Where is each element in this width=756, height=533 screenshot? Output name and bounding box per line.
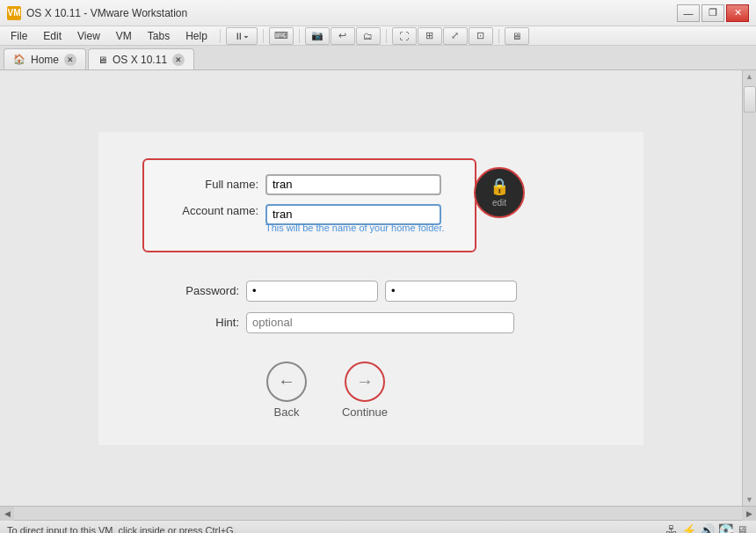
console-button[interactable]: 🖥 xyxy=(505,27,529,45)
app-icon: VM xyxy=(7,6,21,20)
account-name-label: Account name: xyxy=(162,204,258,217)
continue-icon: → xyxy=(356,371,374,391)
toolbar-separator-4 xyxy=(386,29,387,43)
auto-fit-button[interactable]: ⊡ xyxy=(469,27,493,45)
home-icon: 🏠 xyxy=(13,54,25,65)
toolbar-separator-3 xyxy=(299,29,300,43)
menu-file[interactable]: File xyxy=(4,28,34,44)
menu-bar: File Edit View VM Tabs Help ⏸▾ ⌨ 📷 ↩ 🗂 ⛶… xyxy=(0,26,756,46)
horizontal-scrollbar[interactable]: ◀ ▶ xyxy=(0,506,756,520)
main-area: Full name: Account name: This will be th… xyxy=(0,70,756,506)
unity-button[interactable]: ⊞ xyxy=(418,27,442,45)
account-name-row: Account name: This will be the name of y… xyxy=(162,204,457,237)
toolbar-separator-1 xyxy=(220,29,221,43)
full-name-input[interactable] xyxy=(265,174,441,195)
continue-button[interactable]: → xyxy=(345,361,385,402)
hscroll-right-button[interactable]: ▶ xyxy=(742,507,756,521)
password-input[interactable] xyxy=(246,281,378,302)
nav-buttons: ← Back → Continue xyxy=(142,361,476,419)
disk-icon: 💽 xyxy=(718,523,733,534)
tab-osx-close[interactable]: ✕ xyxy=(172,54,185,66)
hscroll-left-button[interactable]: ◀ xyxy=(0,507,14,521)
vm-icon: 🖥 xyxy=(98,55,107,65)
hscroll-track[interactable] xyxy=(14,507,742,520)
tab-home-close[interactable]: ✕ xyxy=(64,54,76,66)
hint-label: Hint: xyxy=(142,316,239,329)
send-keys-toolbar: ⌨ xyxy=(269,27,294,45)
menu-view[interactable]: View xyxy=(70,28,107,44)
menu-edit[interactable]: Edit xyxy=(36,28,69,44)
back-icon: ← xyxy=(278,371,295,391)
full-name-row: Full name: xyxy=(162,174,457,195)
tab-osx-label: OS X 10.11 xyxy=(113,54,167,66)
tab-osx[interactable]: 🖥 OS X 10.11 ✕ xyxy=(88,48,194,69)
status-bar: To direct input to this VM, click inside… xyxy=(0,520,756,533)
status-text: To direct input to this VM, click inside… xyxy=(7,525,236,534)
toolbar-separator-2 xyxy=(263,29,264,43)
minimize-button[interactable]: — xyxy=(677,4,700,22)
avatar[interactable]: 🔒 edit xyxy=(474,167,525,218)
snapshot-manager-button[interactable]: 🗂 xyxy=(356,27,381,45)
vertical-scrollbar[interactable]: ▲ ▼ xyxy=(742,70,756,506)
fullscreen-button[interactable]: ⛶ xyxy=(392,27,417,45)
audio-icon: 🔊 xyxy=(700,523,715,534)
menu-tabs[interactable]: Tabs xyxy=(141,28,177,44)
send-ctrl-alt-del-button[interactable]: ⌨ xyxy=(269,27,294,45)
setup-form: Full name: Account name: This will be th… xyxy=(98,132,643,445)
toolbar-separator-5 xyxy=(498,29,499,43)
continue-label: Continue xyxy=(342,405,388,419)
back-button[interactable]: ← xyxy=(266,361,307,402)
lock-icon: 🔒 xyxy=(490,177,509,196)
menu-vm[interactable]: VM xyxy=(109,28,139,44)
view-toolbar: ⛶ ⊞ ⤢ ⊡ xyxy=(392,27,493,45)
vm-content[interactable]: Full name: Account name: This will be th… xyxy=(0,70,742,506)
stretch-button[interactable]: ⤢ xyxy=(443,27,468,45)
snapshot-button[interactable]: 📷 xyxy=(305,27,330,45)
avatar-edit-label: edit xyxy=(492,198,506,208)
snapshot-toolbar: 📷 ↩ 🗂 xyxy=(305,27,381,45)
name-section: Full name: Account name: This will be th… xyxy=(142,158,476,252)
password-label: Password: xyxy=(142,284,239,297)
window-title: OS X 10.11 - VMware Workstation xyxy=(26,7,187,19)
password-row: Password: xyxy=(142,281,517,302)
status-icons: 🖧 ⚡ 🔊 💽 🖥 xyxy=(665,523,749,534)
usb-icon: ⚡ xyxy=(681,523,696,534)
close-button[interactable]: ✕ xyxy=(726,4,749,22)
scrollbar-thumb[interactable] xyxy=(744,86,756,113)
display-icon: 🖥 xyxy=(737,523,749,534)
back-label: Back xyxy=(274,405,300,419)
tab-bar: 🏠 Home ✕ 🖥 OS X 10.11 ✕ xyxy=(0,46,756,70)
network-icon: 🖧 xyxy=(665,523,678,534)
tab-home-label: Home xyxy=(31,54,59,66)
account-name-hint: This will be the name of your home folde… xyxy=(265,223,445,233)
power-toolbar: ⏸▾ xyxy=(226,27,258,45)
restore-button[interactable]: ❐ xyxy=(701,4,724,22)
hint-input[interactable] xyxy=(246,312,514,333)
title-bar: VM OS X 10.11 - VMware Workstation — ❐ ✕ xyxy=(0,0,756,26)
power-button[interactable]: ⏸▾ xyxy=(226,27,258,45)
hint-row: Hint: xyxy=(142,312,514,333)
tab-home[interactable]: 🏠 Home ✕ xyxy=(4,48,86,69)
menu-help[interactable]: Help xyxy=(178,28,214,44)
window-controls: — ❐ ✕ xyxy=(677,4,749,22)
password-confirm-input[interactable] xyxy=(385,281,517,302)
revert-button[interactable]: ↩ xyxy=(331,27,355,45)
full-name-label: Full name: xyxy=(162,178,258,191)
